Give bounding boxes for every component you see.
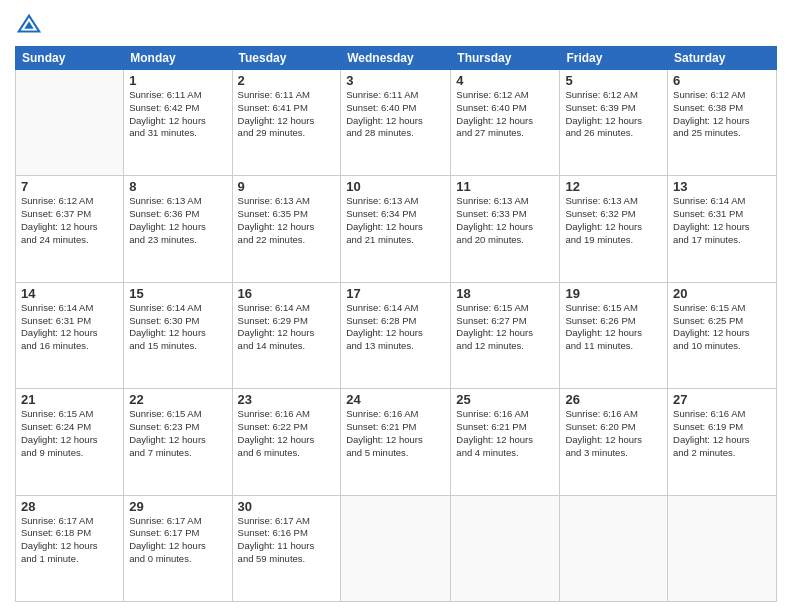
day-info: Sunrise: 6:12 AM Sunset: 6:38 PM Dayligh…	[673, 89, 771, 140]
day-number: 15	[129, 286, 226, 301]
logo	[15, 10, 47, 38]
day-info: Sunrise: 6:14 AM Sunset: 6:30 PM Dayligh…	[129, 302, 226, 353]
week-row-2: 7Sunrise: 6:12 AM Sunset: 6:37 PM Daylig…	[16, 176, 777, 282]
day-info: Sunrise: 6:16 AM Sunset: 6:22 PM Dayligh…	[238, 408, 336, 459]
day-info: Sunrise: 6:13 AM Sunset: 6:36 PM Dayligh…	[129, 195, 226, 246]
calendar-cell: 6Sunrise: 6:12 AM Sunset: 6:38 PM Daylig…	[668, 70, 777, 176]
day-info: Sunrise: 6:14 AM Sunset: 6:31 PM Dayligh…	[21, 302, 118, 353]
day-info: Sunrise: 6:13 AM Sunset: 6:32 PM Dayligh…	[565, 195, 662, 246]
calendar-cell: 20Sunrise: 6:15 AM Sunset: 6:25 PM Dayli…	[668, 282, 777, 388]
day-info: Sunrise: 6:12 AM Sunset: 6:37 PM Dayligh…	[21, 195, 118, 246]
calendar-cell: 23Sunrise: 6:16 AM Sunset: 6:22 PM Dayli…	[232, 389, 341, 495]
day-number: 5	[565, 73, 662, 88]
calendar-cell: 7Sunrise: 6:12 AM Sunset: 6:37 PM Daylig…	[16, 176, 124, 282]
calendar-cell: 12Sunrise: 6:13 AM Sunset: 6:32 PM Dayli…	[560, 176, 668, 282]
day-info: Sunrise: 6:15 AM Sunset: 6:26 PM Dayligh…	[565, 302, 662, 353]
day-number: 10	[346, 179, 445, 194]
day-number: 6	[673, 73, 771, 88]
day-info: Sunrise: 6:15 AM Sunset: 6:23 PM Dayligh…	[129, 408, 226, 459]
calendar-cell: 8Sunrise: 6:13 AM Sunset: 6:36 PM Daylig…	[124, 176, 232, 282]
calendar-cell: 21Sunrise: 6:15 AM Sunset: 6:24 PM Dayli…	[16, 389, 124, 495]
week-row-1: 1Sunrise: 6:11 AM Sunset: 6:42 PM Daylig…	[16, 70, 777, 176]
day-number: 19	[565, 286, 662, 301]
day-number: 22	[129, 392, 226, 407]
page: SundayMondayTuesdayWednesdayThursdayFrid…	[0, 0, 792, 612]
day-number: 29	[129, 499, 226, 514]
calendar-cell: 3Sunrise: 6:11 AM Sunset: 6:40 PM Daylig…	[341, 70, 451, 176]
day-number: 13	[673, 179, 771, 194]
calendar-cell: 17Sunrise: 6:14 AM Sunset: 6:28 PM Dayli…	[341, 282, 451, 388]
day-info: Sunrise: 6:14 AM Sunset: 6:29 PM Dayligh…	[238, 302, 336, 353]
day-info: Sunrise: 6:16 AM Sunset: 6:20 PM Dayligh…	[565, 408, 662, 459]
calendar-cell: 30Sunrise: 6:17 AM Sunset: 6:16 PM Dayli…	[232, 495, 341, 601]
weekday-header-wednesday: Wednesday	[341, 47, 451, 70]
calendar-cell: 18Sunrise: 6:15 AM Sunset: 6:27 PM Dayli…	[451, 282, 560, 388]
week-row-4: 21Sunrise: 6:15 AM Sunset: 6:24 PM Dayli…	[16, 389, 777, 495]
day-info: Sunrise: 6:13 AM Sunset: 6:34 PM Dayligh…	[346, 195, 445, 246]
day-number: 12	[565, 179, 662, 194]
day-info: Sunrise: 6:11 AM Sunset: 6:40 PM Dayligh…	[346, 89, 445, 140]
day-info: Sunrise: 6:17 AM Sunset: 6:16 PM Dayligh…	[238, 515, 336, 566]
header	[15, 10, 777, 38]
day-info: Sunrise: 6:16 AM Sunset: 6:21 PM Dayligh…	[456, 408, 554, 459]
day-info: Sunrise: 6:16 AM Sunset: 6:21 PM Dayligh…	[346, 408, 445, 459]
calendar-cell: 5Sunrise: 6:12 AM Sunset: 6:39 PM Daylig…	[560, 70, 668, 176]
day-info: Sunrise: 6:13 AM Sunset: 6:35 PM Dayligh…	[238, 195, 336, 246]
weekday-header-friday: Friday	[560, 47, 668, 70]
calendar-cell: 9Sunrise: 6:13 AM Sunset: 6:35 PM Daylig…	[232, 176, 341, 282]
week-row-5: 28Sunrise: 6:17 AM Sunset: 6:18 PM Dayli…	[16, 495, 777, 601]
calendar-cell	[16, 70, 124, 176]
calendar-cell: 27Sunrise: 6:16 AM Sunset: 6:19 PM Dayli…	[668, 389, 777, 495]
calendar-cell	[560, 495, 668, 601]
day-info: Sunrise: 6:16 AM Sunset: 6:19 PM Dayligh…	[673, 408, 771, 459]
day-number: 4	[456, 73, 554, 88]
calendar-cell: 29Sunrise: 6:17 AM Sunset: 6:17 PM Dayli…	[124, 495, 232, 601]
day-info: Sunrise: 6:13 AM Sunset: 6:33 PM Dayligh…	[456, 195, 554, 246]
day-info: Sunrise: 6:15 AM Sunset: 6:27 PM Dayligh…	[456, 302, 554, 353]
calendar-cell: 22Sunrise: 6:15 AM Sunset: 6:23 PM Dayli…	[124, 389, 232, 495]
day-number: 26	[565, 392, 662, 407]
calendar-cell: 14Sunrise: 6:14 AM Sunset: 6:31 PM Dayli…	[16, 282, 124, 388]
calendar-cell: 25Sunrise: 6:16 AM Sunset: 6:21 PM Dayli…	[451, 389, 560, 495]
day-info: Sunrise: 6:15 AM Sunset: 6:25 PM Dayligh…	[673, 302, 771, 353]
calendar-cell: 16Sunrise: 6:14 AM Sunset: 6:29 PM Dayli…	[232, 282, 341, 388]
calendar-cell	[341, 495, 451, 601]
weekday-header-thursday: Thursday	[451, 47, 560, 70]
day-info: Sunrise: 6:11 AM Sunset: 6:42 PM Dayligh…	[129, 89, 226, 140]
day-number: 1	[129, 73, 226, 88]
day-number: 23	[238, 392, 336, 407]
calendar-cell: 19Sunrise: 6:15 AM Sunset: 6:26 PM Dayli…	[560, 282, 668, 388]
day-number: 14	[21, 286, 118, 301]
calendar-table: SundayMondayTuesdayWednesdayThursdayFrid…	[15, 46, 777, 602]
day-number: 25	[456, 392, 554, 407]
calendar-cell: 1Sunrise: 6:11 AM Sunset: 6:42 PM Daylig…	[124, 70, 232, 176]
day-info: Sunrise: 6:17 AM Sunset: 6:18 PM Dayligh…	[21, 515, 118, 566]
calendar-cell: 11Sunrise: 6:13 AM Sunset: 6:33 PM Dayli…	[451, 176, 560, 282]
weekday-header-sunday: Sunday	[16, 47, 124, 70]
day-number: 21	[21, 392, 118, 407]
calendar-cell: 4Sunrise: 6:12 AM Sunset: 6:40 PM Daylig…	[451, 70, 560, 176]
day-number: 17	[346, 286, 445, 301]
weekday-header-monday: Monday	[124, 47, 232, 70]
week-row-3: 14Sunrise: 6:14 AM Sunset: 6:31 PM Dayli…	[16, 282, 777, 388]
day-info: Sunrise: 6:12 AM Sunset: 6:39 PM Dayligh…	[565, 89, 662, 140]
calendar-cell: 26Sunrise: 6:16 AM Sunset: 6:20 PM Dayli…	[560, 389, 668, 495]
calendar-cell: 24Sunrise: 6:16 AM Sunset: 6:21 PM Dayli…	[341, 389, 451, 495]
calendar-cell: 2Sunrise: 6:11 AM Sunset: 6:41 PM Daylig…	[232, 70, 341, 176]
calendar-cell: 15Sunrise: 6:14 AM Sunset: 6:30 PM Dayli…	[124, 282, 232, 388]
day-number: 30	[238, 499, 336, 514]
day-number: 3	[346, 73, 445, 88]
calendar-cell: 10Sunrise: 6:13 AM Sunset: 6:34 PM Dayli…	[341, 176, 451, 282]
day-number: 20	[673, 286, 771, 301]
day-info: Sunrise: 6:15 AM Sunset: 6:24 PM Dayligh…	[21, 408, 118, 459]
day-number: 24	[346, 392, 445, 407]
calendar-cell	[451, 495, 560, 601]
day-number: 8	[129, 179, 226, 194]
calendar-cell: 28Sunrise: 6:17 AM Sunset: 6:18 PM Dayli…	[16, 495, 124, 601]
day-number: 7	[21, 179, 118, 194]
weekday-header-saturday: Saturday	[668, 47, 777, 70]
day-number: 2	[238, 73, 336, 88]
day-number: 16	[238, 286, 336, 301]
day-number: 9	[238, 179, 336, 194]
day-number: 27	[673, 392, 771, 407]
